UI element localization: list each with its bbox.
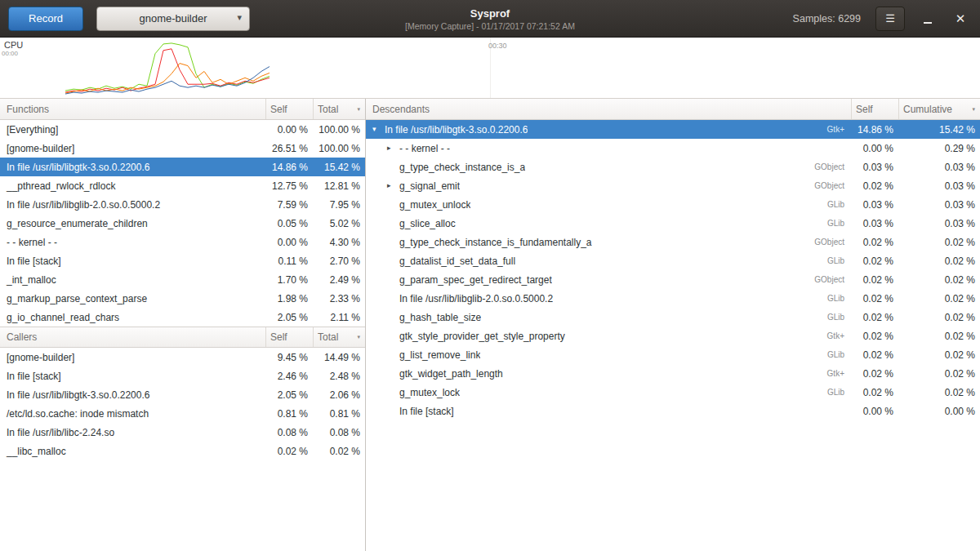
- row-cumulative-value: 0.02 %: [898, 237, 980, 248]
- row-cumulative-value: 0.03 %: [898, 162, 980, 173]
- descendants-cumulative-column-header[interactable]: Cumulative▾: [898, 99, 980, 119]
- descendants-self-column-header[interactable]: Self: [851, 99, 898, 119]
- row-name-cell: g_slice_allocGLib: [366, 218, 851, 229]
- minimize-button[interactable]: [918, 8, 938, 29]
- library-tag: GLib: [822, 313, 851, 322]
- row-total-value: 2.33 %: [313, 293, 365, 304]
- row-total-value: 2.70 %: [313, 256, 365, 267]
- row-self-value: 0.03 %: [851, 162, 898, 173]
- row-function-name: In file /usr/lib/libglib-2.0.so.0.5000.2: [0, 199, 265, 211]
- table-row[interactable]: g_mutex_lockGLib0.02 %0.02 %: [366, 383, 980, 402]
- row-name-cell: g_hash_table_sizeGLib: [366, 312, 851, 323]
- library-tag: GLib: [822, 350, 851, 359]
- row-function-name: /etc/ld.so.cache: inode mismatch: [0, 408, 265, 420]
- table-row[interactable]: g_type_check_instance_is_fundamentally_a…: [366, 233, 980, 251]
- row-function-name: g_resource_enumerate_children: [0, 218, 265, 229]
- row-self-value: 2.05 %: [265, 312, 313, 323]
- row-self-value: 0.03 %: [851, 199, 898, 211]
- descendants-list: ▾In file /usr/lib/libgtk-3.so.0.2200.6Gt…: [366, 120, 980, 420]
- capture-subtitle: [Memory Capture] - 01/17/2017 07:21:52 A…: [405, 20, 575, 30]
- row-self-value: 0.02 %: [851, 312, 898, 323]
- row-self-value: 0.02 %: [851, 331, 898, 342]
- functions-column-header[interactable]: Functions: [0, 99, 265, 119]
- library-tag: GLib: [822, 294, 851, 303]
- table-row[interactable]: In file /usr/lib/libc-2.24.so0.08 %0.08 …: [0, 423, 365, 442]
- row-self-value: 0.02 %: [851, 274, 898, 286]
- callers-total-column-header[interactable]: Total▾: [313, 327, 365, 347]
- table-row[interactable]: g_type_check_instance_is_aGObject0.03 %0…: [366, 158, 980, 176]
- row-total-value: 15.42 %: [313, 162, 365, 173]
- table-row[interactable]: ▸g_signal_emitGObject0.02 %0.03 %: [366, 176, 980, 195]
- record-button[interactable]: Record: [8, 7, 83, 31]
- table-row[interactable]: gtk_widget_path_lengthGtk+0.02 %0.02 %: [366, 364, 980, 383]
- row-cumulative-value: 0.02 %: [898, 368, 980, 380]
- table-row[interactable]: __libc_malloc0.02 %0.02 %: [0, 442, 365, 460]
- table-row[interactable]: g_markup_parse_context_parse1.98 %2.33 %: [0, 289, 365, 308]
- functions-total-column-header[interactable]: Total▾: [313, 99, 365, 119]
- row-function-name: [Everything]: [0, 124, 265, 136]
- table-row[interactable]: [gnome-builder]26.51 %100.00 %: [0, 139, 365, 158]
- table-row[interactable]: g_resource_enumerate_children0.05 %5.02 …: [0, 214, 365, 233]
- table-row[interactable]: In file /usr/lib/libgtk-3.so.0.2200.614.…: [0, 158, 365, 176]
- table-row[interactable]: /etc/ld.so.cache: inode mismatch0.81 %0.…: [0, 404, 365, 423]
- table-row[interactable]: gtk_style_provider_get_style_propertyGtk…: [366, 327, 980, 345]
- table-row[interactable]: - - kernel - -0.00 %4.30 %: [0, 233, 365, 251]
- row-total-value: 0.02 %: [313, 446, 365, 457]
- table-row[interactable]: g_io_channel_read_chars2.05 %2.11 %: [0, 308, 365, 327]
- table-row[interactable]: g_list_remove_linkGLib0.02 %0.02 %: [366, 345, 980, 364]
- callers-self-column-header[interactable]: Self: [265, 327, 313, 347]
- row-function-name: In file [stack]: [0, 371, 265, 382]
- process-selector-label: gnome-builder: [139, 12, 207, 24]
- row-self-value: 0.03 %: [851, 218, 898, 229]
- descendants-column-header[interactable]: Descendants: [366, 99, 851, 119]
- table-row[interactable]: g_datalist_id_set_data_fullGLib0.02 %0.0…: [366, 251, 980, 270]
- row-self-value: 0.00 %: [851, 143, 898, 154]
- library-tag: GLib: [822, 388, 851, 397]
- functions-self-column-header[interactable]: Self: [265, 99, 313, 119]
- row-function-name: g_param_spec_get_redirect_target: [399, 274, 552, 286]
- table-row[interactable]: In file /usr/lib/libgtk-3.so.0.2200.62.0…: [0, 385, 365, 404]
- table-row[interactable]: g_param_spec_get_redirect_targetGObject0…: [366, 270, 980, 289]
- row-cumulative-value: 0.02 %: [898, 274, 980, 286]
- row-total-value: 7.95 %: [313, 199, 365, 211]
- row-name-cell: g_list_remove_linkGLib: [366, 349, 851, 361]
- table-row[interactable]: g_slice_allocGLib0.03 %0.03 %: [366, 214, 980, 233]
- table-row[interactable]: g_hash_table_sizeGLib0.02 %0.02 %: [366, 308, 980, 327]
- table-row[interactable]: g_mutex_unlockGLib0.03 %0.03 %: [366, 195, 980, 214]
- callers-column-header[interactable]: Callers: [0, 327, 265, 347]
- row-cumulative-value: 0.02 %: [898, 349, 980, 361]
- menu-button[interactable]: ☰: [875, 7, 905, 31]
- row-name-cell: g_type_check_instance_is_fundamentally_a…: [366, 237, 851, 248]
- expander-icon[interactable]: ▸: [387, 182, 399, 189]
- table-row[interactable]: In file [stack]0.11 %2.70 %: [0, 251, 365, 270]
- table-row[interactable]: [Everything]0.00 %100.00 %: [0, 120, 365, 139]
- close-button[interactable]: ✕: [951, 8, 970, 29]
- row-cumulative-value: 0.02 %: [898, 387, 980, 398]
- table-row[interactable]: ▾In file /usr/lib/libgtk-3.so.0.2200.6Gt…: [366, 120, 980, 139]
- table-row[interactable]: __pthread_rwlock_rdlock12.75 %12.81 %: [0, 176, 365, 195]
- row-self-value: 1.98 %: [265, 293, 313, 304]
- row-self-value: 0.08 %: [265, 427, 313, 438]
- row-name-cell: ▾In file /usr/lib/libgtk-3.so.0.2200.6Gt…: [366, 124, 851, 136]
- table-row[interactable]: In file /usr/lib/libglib-2.0.so.0.5000.2…: [0, 195, 365, 214]
- time-label-start: 00:00: [2, 50, 18, 57]
- table-row[interactable]: In file /usr/lib/libglib-2.0.so.0.5000.2…: [366, 289, 980, 308]
- table-row[interactable]: ▸- - kernel - -0.00 %0.29 %: [366, 139, 980, 158]
- cpu-timeline[interactable]: CPU 00:00 00:30: [0, 38, 980, 99]
- table-row[interactable]: [gnome-builder]9.45 %14.49 %: [0, 348, 365, 367]
- library-tag: GObject: [809, 181, 851, 190]
- row-self-value: 0.02 %: [851, 293, 898, 304]
- table-row[interactable]: In file [stack]2.46 %2.48 %: [0, 367, 365, 385]
- table-row[interactable]: _int_malloc1.70 %2.49 %: [0, 270, 365, 289]
- row-cumulative-value: 0.02 %: [898, 256, 980, 267]
- table-row[interactable]: In file [stack]0.00 %0.00 %: [366, 402, 980, 420]
- row-self-value: 9.45 %: [265, 352, 313, 363]
- close-icon: ✕: [956, 11, 966, 26]
- expander-icon[interactable]: ▾: [372, 126, 385, 133]
- library-tag: GObject: [809, 162, 851, 171]
- row-function-name: In file /usr/lib/libgtk-3.so.0.2200.6: [385, 124, 528, 136]
- process-selector[interactable]: gnome-builder ▾: [96, 7, 250, 31]
- expander-icon[interactable]: ▸: [387, 144, 399, 152]
- row-cumulative-value: 0.00 %: [898, 406, 980, 417]
- row-total-value: 100.00 %: [313, 143, 365, 154]
